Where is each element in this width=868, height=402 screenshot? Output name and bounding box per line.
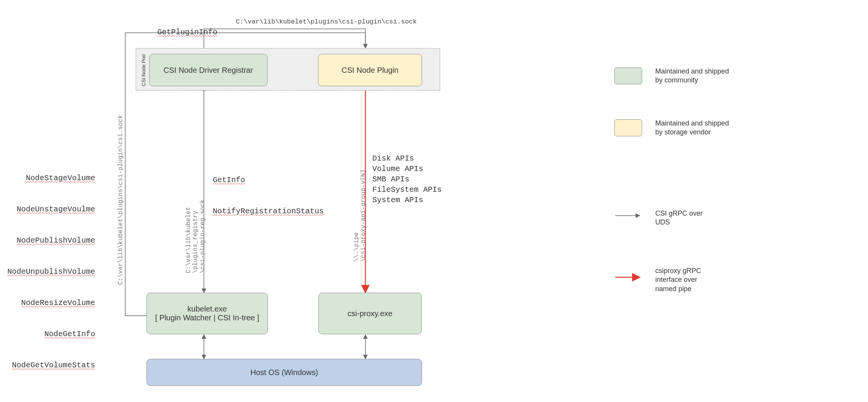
- csi-proxy-api-list: Disk APIs Volume APIs SMB APIs FileSyste…: [372, 153, 442, 205]
- left-sock-path-vertical: C:\var\lib\kubelet\plugins\csi-plugin\cs…: [117, 115, 124, 285]
- legend-swatch-community: [614, 67, 642, 84]
- registrar-text: CSI Node Driver Registrar: [163, 66, 253, 75]
- kubelet-box: kubelet.exe [ Plugin Watcher | CSI In-tr…: [146, 293, 268, 334]
- label-get-plugin-info: GetPluginInfo: [139, 17, 217, 48]
- plugins-registry-path: C:\var\lib\kubelet \plugins_registry \cs…: [185, 199, 206, 273]
- legend-text-community: Maintained and shipped by community: [655, 67, 729, 85]
- named-pipe-path: \\.\pipe \csi-proxy-api-group-v[N]: [353, 169, 367, 262]
- node-api-list: NodeStageVolume NodeUnstageVoulme NodePu…: [5, 152, 95, 391]
- csi-proxy-text: csi-proxy.exe: [348, 309, 392, 318]
- kubelet-line1: kubelet.exe: [187, 305, 227, 313]
- host-os-box: Host OS (Windows): [146, 359, 422, 386]
- csi-node-plugin: CSI Node Plugin: [318, 54, 422, 86]
- plugin-text: CSI Node Plugin: [341, 66, 399, 75]
- legend-swatch-vendor: [614, 119, 642, 136]
- legend-text-csiproxy-grpc: csiproxy gRPC interface over named pipe: [655, 266, 701, 293]
- csi-node-pod-label: CSI Node Pod: [141, 54, 146, 86]
- csi-node-driver-registrar: CSI Node Driver Registrar: [149, 54, 267, 86]
- getinfo-notify-labels: GetInfo NotifyRegistrationStatus: [213, 154, 324, 237]
- label-csi-sock-path-top: C:\var\lib\kubelet\plugins\csi-plugin\cs…: [236, 18, 417, 27]
- kubelet-line2: [ Plugin Watcher | CSI In-tree ]: [155, 313, 259, 322]
- csi-proxy-box: csi-proxy.exe: [318, 293, 422, 334]
- legend-text-vendor: Maintained and shipped by storage vendor: [655, 119, 729, 137]
- legend-text-csi-grpc: CSI gRPC over UDS: [655, 209, 703, 227]
- diagram-canvas: GetPluginInfo C:\var\lib\kubelet\plugins…: [0, 0, 868, 402]
- host-os-text: Host OS (Windows): [251, 368, 318, 377]
